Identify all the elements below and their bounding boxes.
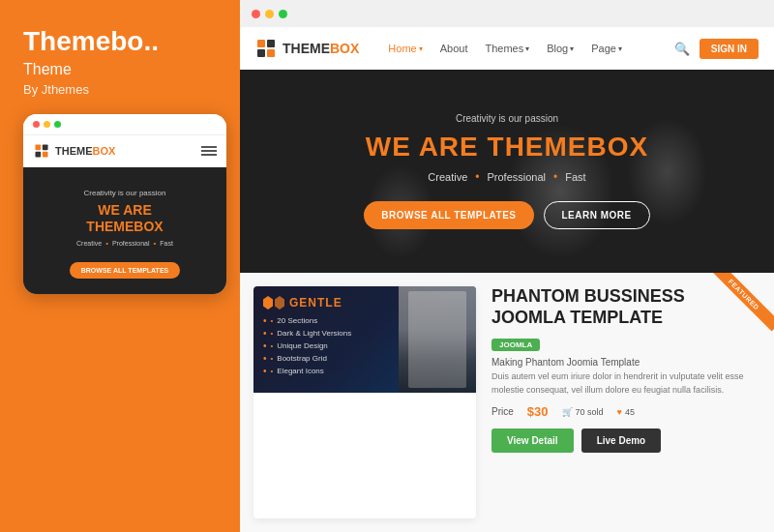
product-card: GENTLE • 20 Sections • Dark & Light Vers… [253, 286, 476, 518]
product-desc-text: Duis autem vel eum iriure dolor in hendr… [491, 370, 759, 397]
mobile-menu-icon[interactable] [201, 146, 217, 156]
mobile-logo: THEMEBOX [33, 142, 115, 160]
left-panel: Themebo.. Theme By Jthemes THEMEBOX [0, 0, 240, 532]
learn-more-button[interactable]: LEARN MORE [544, 201, 650, 229]
mobile-top-bar [23, 114, 226, 135]
nav-link-blog[interactable]: Blog ▾ [547, 43, 574, 54]
site-nav-actions: 🔍 SIGN IN [674, 39, 759, 59]
search-icon[interactable]: 🔍 [674, 42, 690, 56]
product-logo-shapes [263, 296, 284, 310]
mobile-traffic-lights [33, 121, 61, 128]
nav-link-themes[interactable]: Themes ▾ [485, 43, 529, 54]
product-price-row: Price $30 🛒 70 sold ♥ 45 [491, 404, 759, 419]
svg-rect-2 [35, 152, 41, 158]
mobile-hero-tagline: Creative • Professional • Fast [35, 239, 215, 248]
feature-item: • Unique Design [263, 340, 466, 352]
browse-templates-button[interactable]: BROWSE ALL TEMPLATES [364, 201, 533, 229]
product-desc-title: Making Phantom Joomia Template [491, 357, 759, 368]
site-logo-text: THEMEBOX [283, 41, 359, 56]
product-logo-row: GENTLE [263, 296, 466, 310]
feature-item: • 20 Sections [263, 314, 466, 327]
product-card-inner: GENTLE • 20 Sections • Dark & Light Vers… [263, 296, 466, 377]
mobile-hero-section: Creativity is our passion WE ARE THEMEBO… [23, 167, 226, 295]
chevron-down-icon: ▾ [618, 44, 622, 53]
site-hero-subtitle: Creativity is our passion [456, 113, 558, 124]
live-demo-button[interactable]: Live Demo [581, 429, 662, 453]
svg-rect-7 [267, 49, 275, 57]
product-card-image: GENTLE • 20 Sections • Dark & Light Vers… [253, 286, 476, 393]
price-label: Price [491, 406, 514, 417]
feature-item: • Bootstrap Grid [263, 352, 466, 365]
nav-link-page[interactable]: Page ▾ [591, 43, 622, 54]
svg-rect-0 [35, 144, 41, 150]
svg-rect-6 [257, 49, 265, 57]
site-hero-section: Creativity is our passion WE ARE THEMEBO… [240, 70, 774, 273]
svg-rect-1 [43, 144, 48, 150]
chevron-down-icon: ▾ [570, 44, 574, 53]
sold-count: 🛒 70 sold [562, 407, 604, 417]
site-content-section: GENTLE • 20 Sections • Dark & Light Vers… [240, 273, 774, 532]
feature-item: • Elegant Icons [263, 365, 466, 377]
site-hero-title: WE ARE THEMEBOX [366, 132, 648, 163]
site-logo: THEMEBOX [255, 38, 359, 59]
mobile-logo-text: THEMEBOX [55, 145, 115, 157]
mobile-browse-button[interactable]: BROWSE ALL TEMPLATES [70, 262, 180, 279]
nav-link-about[interactable]: About [440, 43, 468, 54]
mobile-hero-title: WE ARE THEMEBOX [35, 202, 215, 235]
product-section: GENTLE • 20 Sections • Dark & Light Vers… [240, 273, 774, 532]
chevron-down-icon: ▾ [525, 44, 529, 53]
site-hero-tagline: Creative • Professional • Fast [428, 170, 585, 184]
site-hero-buttons: BROWSE ALL TEMPLATES LEARN MORE [364, 201, 650, 229]
like-count: ♥ 45 [617, 407, 635, 417]
desktop-site: THEMEBOX Home ▾ About Themes ▾ Blog ▾ Pa… [240, 27, 774, 532]
mobile-hero-subtitle: Creativity is our passion [35, 189, 215, 197]
logo-shape-2 [275, 296, 284, 310]
mobile-mockup: THEMEBOX Creativity is our passion WE AR… [23, 114, 226, 295]
mobile-nav: THEMEBOX [23, 135, 226, 167]
heart-icon: ♥ [617, 407, 622, 417]
product-action-buttons: View Detail Live Demo [491, 429, 759, 453]
view-detail-button[interactable]: View Detail [491, 429, 574, 453]
price-value: $30 [527, 404, 549, 419]
nav-link-home[interactable]: Home ▾ [388, 43, 422, 54]
site-nav: THEMEBOX Home ▾ About Themes ▾ Blog ▾ Pa… [240, 27, 774, 70]
signin-button[interactable]: SIGN IN [700, 39, 759, 59]
logo-shape-1 [263, 296, 273, 310]
product-info-panel: FEATURED PHANTOM BUSSINESSJOOMLA TEMPLAT… [476, 273, 774, 532]
cart-icon: 🛒 [562, 407, 573, 417]
svg-rect-3 [43, 152, 48, 158]
site-nav-links: Home ▾ About Themes ▾ Blog ▾ Page ▾ [388, 43, 673, 54]
chevron-down-icon: ▾ [419, 44, 423, 53]
product-features-list: • 20 Sections • Dark & Light Versions • … [263, 314, 466, 377]
theme-subtitle: Theme [23, 61, 217, 78]
theme-author: By Jthemes [23, 82, 217, 97]
product-title: PHANTOM BUSSINESSJOOMLA TEMPLATE [491, 286, 759, 328]
feature-item: • Dark & Light Versions [263, 327, 466, 340]
site-logo-icon [255, 38, 277, 59]
svg-rect-5 [267, 40, 275, 47]
browser-chrome [240, 0, 774, 27]
product-logo-name: GENTLE [289, 296, 342, 310]
theme-title: Themebo.. [23, 27, 217, 57]
browser-traffic-lights [252, 10, 287, 18]
product-badge-joomla: JOOMLA [491, 339, 540, 351]
svg-rect-4 [257, 40, 265, 47]
right-panel: THEMEBOX Home ▾ About Themes ▾ Blog ▾ Pa… [240, 0, 774, 532]
mobile-logo-icon [33, 142, 50, 160]
